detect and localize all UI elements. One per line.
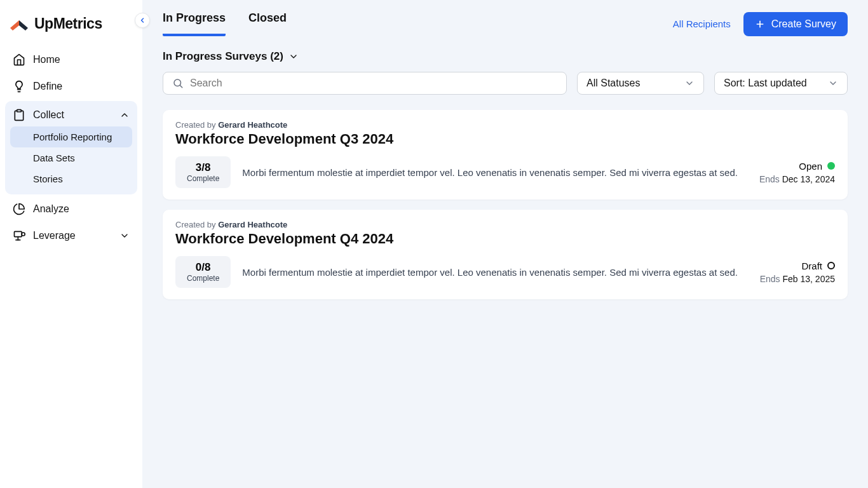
section-title: In Progress Surveys (2) [163,50,283,63]
sidebar-item-label: Leverage [33,230,76,241]
topbar: In Progress Closed All Recipients Create… [142,0,868,36]
chevron-left-icon [139,17,146,24]
plus-icon [755,19,765,29]
survey-card[interactable]: Created by Gerard Heathcote Workforce De… [163,110,848,200]
logo-icon [10,17,28,32]
svg-rect-3 [15,231,22,236]
chevron-down-icon [684,78,695,88]
created-by-prefix: Created by [175,220,216,229]
sidebar-item-collect[interactable]: Collect [5,104,137,126]
ends-label: Ends [760,274,780,284]
survey-meta: Open Ends Dec 13, 2024 [759,161,835,184]
home-icon [13,53,25,66]
sidebar-item-label: Define [33,81,62,92]
ends-label: Ends [759,174,780,184]
chevron-down-icon [828,78,838,88]
section-header[interactable]: In Progress Surveys (2) [163,44,848,72]
tab-in-progress[interactable]: In Progress [163,11,226,36]
progress-count: 0/8 [187,261,219,274]
status-filter-label: All Statuses [587,78,640,89]
sort-label: Sort: Last updated [724,78,807,89]
survey-title: Workforce Development Q3 2024 [175,131,835,147]
created-by-prefix: Created by [175,120,216,130]
sidebar-item-analyze[interactable]: Analyze [5,197,137,221]
chevron-down-icon [119,231,130,241]
topbar-actions: All Recipients Create Survey [673,12,848,36]
search-icon [172,78,184,89]
end-date: Dec 13, 2024 [782,174,835,184]
survey-meta: Draft Ends Feb 13, 2025 [760,261,835,284]
status-line: Open [759,161,835,172]
survey-body: 3/8 Complete Morbi fermentum molestie at… [175,156,835,188]
sidebar-subitem-portfolio-reporting[interactable]: Portfolio Reporting [10,126,132,147]
content: In Progress Surveys (2) All Statuses Sor… [142,36,868,299]
chevron-down-icon [288,51,299,62]
svg-point-9 [174,79,181,86]
logo-text: UpMetrics [34,15,102,32]
tabs: In Progress Closed [163,11,287,36]
sidebar: UpMetrics Home Define Collect Por [0,0,142,488]
progress-label: Complete [187,274,219,283]
survey-card[interactable]: Created by Gerard Heathcote Workforce De… [163,210,848,299]
ends-line: Ends Feb 13, 2025 [760,274,835,284]
created-by: Created by Gerard Heathcote [175,220,835,229]
sidebar-group-collect: Collect Portfolio Reporting Data Sets St… [5,101,137,194]
status-label: Draft [801,261,822,271]
svg-point-4 [22,233,25,236]
sidebar-subnav-collect: Portfolio Reporting Data Sets Stories [5,126,137,192]
ends-line: Ends Dec 13, 2024 [759,174,835,184]
all-recipients-link[interactable]: All Recipients [673,18,731,29]
status-open-icon [827,162,835,170]
main: In Progress Closed All Recipients Create… [142,0,868,488]
progress-badge: 0/8 Complete [175,256,231,288]
lightbulb-icon [13,80,25,93]
clipboard-icon [13,109,25,121]
svg-line-10 [180,85,182,87]
progress-count: 3/8 [187,161,219,174]
status-label: Open [799,161,822,172]
tab-closed[interactable]: Closed [248,11,287,36]
status-line: Draft [760,261,835,271]
status-draft-icon [827,262,835,269]
survey-body: 0/8 Complete Morbi fermentum molestie at… [175,256,835,288]
filter-row: All Statuses Sort: Last updated [163,72,848,95]
sidebar-item-leverage[interactable]: Leverage [5,224,137,248]
sidebar-item-label: Home [33,54,60,65]
author-name: Gerard Heathcote [218,220,287,229]
nav: Home Define Collect Portfolio Reporting … [5,48,137,248]
create-survey-button[interactable]: Create Survey [743,12,848,36]
sidebar-item-home[interactable]: Home [5,48,137,72]
progress-label: Complete [187,174,219,183]
search-input[interactable] [190,78,557,89]
svg-marker-1 [19,20,28,30]
survey-description: Morbi fermentum molestie at imperdiet te… [242,267,748,278]
sort-select[interactable]: Sort: Last updated [714,72,848,95]
pie-chart-icon [13,203,25,215]
sidebar-item-define[interactable]: Define [5,74,137,98]
sidebar-collapse-button[interactable] [135,13,150,28]
sidebar-item-label: Analyze [33,203,69,215]
status-filter-select[interactable]: All Statuses [577,72,704,95]
created-by: Created by Gerard Heathcote [175,120,835,130]
create-survey-label: Create Survey [771,18,836,30]
progress-badge: 3/8 Complete [175,156,231,188]
svg-rect-2 [17,110,22,112]
survey-list: Created by Gerard Heathcote Workforce De… [163,110,848,299]
chevron-up-icon [119,110,130,120]
presentation-icon [13,229,25,242]
sidebar-subitem-stories[interactable]: Stories [10,168,132,189]
sidebar-subitem-data-sets[interactable]: Data Sets [10,147,132,168]
sidebar-item-label: Collect [33,109,64,121]
logo[interactable]: UpMetrics [5,9,137,48]
author-name: Gerard Heathcote [218,120,287,130]
end-date: Feb 13, 2025 [782,274,835,284]
survey-description: Morbi fermentum molestie at imperdiet te… [242,167,748,178]
search-box[interactable] [163,72,567,95]
survey-title: Workforce Development Q4 2024 [175,231,835,247]
